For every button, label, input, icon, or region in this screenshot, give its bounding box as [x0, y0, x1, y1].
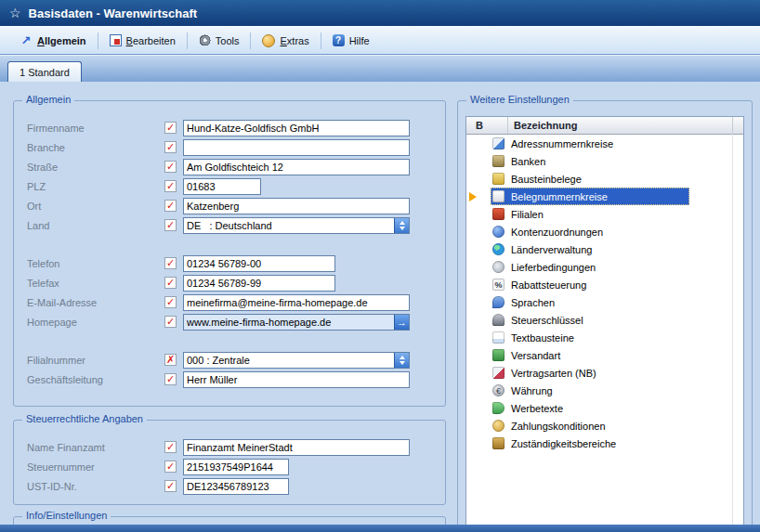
list-item[interactable]: Filialen: [466, 205, 743, 223]
menu-extras[interactable]: Extras: [256, 32, 315, 50]
module-doc-icon: [492, 173, 504, 185]
check-icon[interactable]: ✓: [164, 141, 177, 153]
toolbar-separator: [187, 32, 188, 49]
contract-icon: [492, 367, 504, 379]
check-icon[interactable]: ✓: [164, 161, 177, 173]
spin-down-icon: [400, 361, 405, 365]
check-icon[interactable]: ✓: [164, 441, 177, 453]
list-item-main: Länderverwaltung: [491, 240, 689, 258]
extras-icon: [262, 34, 275, 47]
column-header-b[interactable]: B: [466, 117, 508, 134]
help-icon: [333, 34, 345, 46]
menu-tools[interactable]: Tools: [192, 32, 246, 49]
cross-icon[interactable]: ✗: [164, 354, 177, 366]
plz-label: PLZ: [27, 181, 164, 192]
ustid-input[interactable]: [183, 478, 289, 495]
check-icon[interactable]: ✓: [164, 122, 177, 134]
field-row-homepage: Homepage ✓: [27, 312, 445, 331]
strasse-input[interactable]: [183, 159, 410, 175]
field-row-telefon: Telefon ✓: [27, 253, 445, 273]
check-icon[interactable]: ✓: [164, 480, 177, 492]
filialnummer-select[interactable]: 000 : Zentrale: [183, 352, 410, 369]
list-item[interactable]: Zahlungskonditionen: [466, 417, 743, 435]
settings-panel-legend: Weitere Einstellungen: [466, 94, 573, 105]
allgemein-panel: Allgemein Firmenname ✓ Branche ✓ Straße …: [13, 100, 446, 407]
homepage-input[interactable]: [183, 314, 410, 331]
allgemein-panel-legend: Allgemein: [22, 94, 74, 105]
menu-tools-label: Tools: [216, 35, 240, 46]
open-homepage-button[interactable]: [394, 315, 409, 330]
spinner-buttons[interactable]: [394, 353, 409, 368]
list-item-label: Bausteinbelege: [511, 174, 582, 185]
homepage-input-wrap: [183, 314, 410, 331]
list-item-label: Versandart: [511, 350, 560, 361]
menu-hilfe[interactable]: Hilfe: [326, 32, 376, 49]
telefon-input[interactable]: [183, 255, 335, 272]
list-item[interactable]: Adressnummernkreise: [466, 135, 743, 152]
list-item-main: Textbausteine: [491, 329, 689, 346]
check-icon[interactable]: ✓: [164, 316, 177, 328]
column-header-bezeichnung[interactable]: Bezeichnung: [508, 117, 733, 134]
check-icon[interactable]: ✓: [164, 180, 177, 192]
arrow-up-right-icon: [20, 34, 33, 47]
list-item-label: Filialen: [511, 209, 544, 220]
tab-band: 1 Standard: [0, 55, 760, 83]
list-item[interactable]: Versandart: [466, 346, 743, 364]
spinner-buttons[interactable]: [394, 218, 409, 233]
settings-panel: Weitere Einstellungen B Bezeichnung Adre…: [457, 100, 753, 525]
list-item[interactable]: Währung: [466, 382, 743, 399]
branche-input[interactable]: [183, 139, 410, 156]
tab-standard[interactable]: 1 Standard: [7, 61, 82, 83]
check-icon[interactable]: ✓: [164, 257, 177, 269]
shipping-icon: [492, 349, 504, 361]
list-item[interactable]: Vertragsarten (NB): [466, 364, 743, 382]
list-item[interactable]: Steuerschlüssel: [466, 311, 743, 329]
finanzamt-input[interactable]: [183, 439, 410, 456]
gear-icon: [199, 34, 211, 46]
menu-allgemein[interactable]: Allgemein: [13, 32, 93, 50]
check-icon[interactable]: ✓: [164, 200, 177, 212]
check-icon[interactable]: ✓: [164, 296, 177, 308]
telefax-input[interactable]: [183, 275, 335, 292]
list-item[interactable]: Bausteinbelege: [466, 170, 743, 188]
list-item[interactable]: Länderverwaltung: [466, 240, 743, 258]
strasse-label: Straße: [27, 162, 164, 173]
list-item-main: Währung: [491, 382, 689, 399]
star-icon: ☆: [9, 6, 21, 20]
geschaeftsleitung-input[interactable]: [183, 371, 410, 388]
firmenname-input[interactable]: [183, 120, 410, 136]
plz-input[interactable]: [183, 178, 261, 195]
list-item[interactable]: Banken: [466, 152, 743, 170]
land-select[interactable]: DE : Deutschland: [183, 217, 410, 234]
list-item[interactable]: Textbausteine: [466, 329, 743, 346]
field-row-steuernummer: Steuernummer ✓: [27, 457, 445, 476]
email-input[interactable]: [183, 294, 410, 311]
check-icon[interactable]: ✓: [164, 219, 177, 231]
ort-input[interactable]: [183, 198, 410, 214]
settings-list-header: B Bezeichnung: [466, 117, 743, 135]
list-item-main: Filialen: [491, 205, 689, 223]
list-item[interactable]: Sprachen: [466, 293, 743, 311]
list-item-main: Werbetexte: [491, 399, 689, 417]
check-icon[interactable]: ✓: [164, 277, 177, 289]
check-icon[interactable]: ✓: [164, 461, 177, 473]
list-item[interactable]: Lieferbedingungen: [466, 258, 743, 276]
list-item[interactable]: Werbetexte: [466, 399, 743, 417]
document-icon: [492, 190, 504, 202]
land-select-value: DE : Deutschland: [187, 220, 272, 231]
list-item[interactable]: Belegnummernkreise: [466, 188, 743, 205]
steuernummer-input[interactable]: [183, 459, 289, 475]
settings-list: B Bezeichnung Adressnummernkreise Banken…: [465, 116, 744, 525]
account-sphere-icon: [492, 226, 504, 238]
toolbar-separator: [250, 32, 251, 49]
toolbar-separator: [321, 32, 321, 49]
list-item-main: Banken: [491, 152, 689, 170]
list-item[interactable]: Rabattsteuerung: [466, 276, 743, 293]
field-row-land: Land ✓ DE : Deutschland: [27, 215, 445, 235]
check-icon[interactable]: ✓: [164, 373, 177, 385]
list-item-label: Währung: [511, 385, 553, 396]
list-item[interactable]: Zuständigkeitsbereiche: [466, 435, 743, 452]
menu-hilfe-label: Hilfe: [349, 35, 370, 46]
menu-bearbeiten[interactable]: Bearbeiten: [103, 32, 182, 49]
list-item[interactable]: Kontenzuordnungen: [466, 223, 743, 240]
